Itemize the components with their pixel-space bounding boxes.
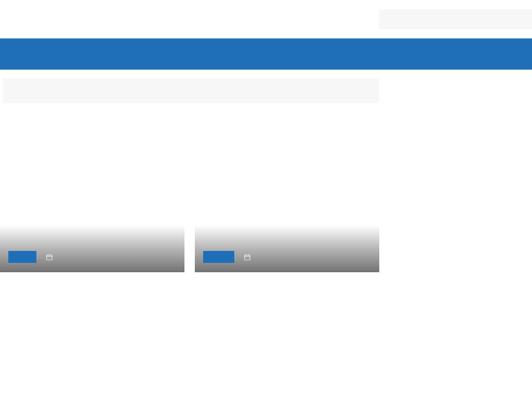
calendar-icon	[46, 254, 53, 261]
card-image	[195, 111, 379, 228]
card-image	[195, 283, 379, 399]
article-card[interactable]	[195, 283, 379, 399]
article-card[interactable]	[195, 111, 379, 272]
filter-bar	[0, 78, 532, 103]
category-tag[interactable]	[8, 251, 36, 263]
top-bar	[0, 0, 532, 38]
card-footer	[0, 225, 184, 272]
svg-rect-0	[47, 255, 52, 259]
nav-bar[interactable]	[0, 38, 532, 70]
article-card[interactable]	[0, 111, 184, 272]
filter-panel[interactable]	[3, 78, 379, 103]
calendar-icon	[244, 254, 251, 261]
category-tag[interactable]	[203, 251, 234, 263]
card-image	[0, 111, 184, 228]
article-card[interactable]	[0, 283, 184, 399]
search-input[interactable]	[379, 9, 532, 29]
card-footer	[195, 225, 379, 272]
content-area	[0, 70, 532, 399]
svg-rect-4	[245, 255, 250, 259]
card-image	[0, 283, 184, 399]
card-grid	[0, 111, 532, 399]
